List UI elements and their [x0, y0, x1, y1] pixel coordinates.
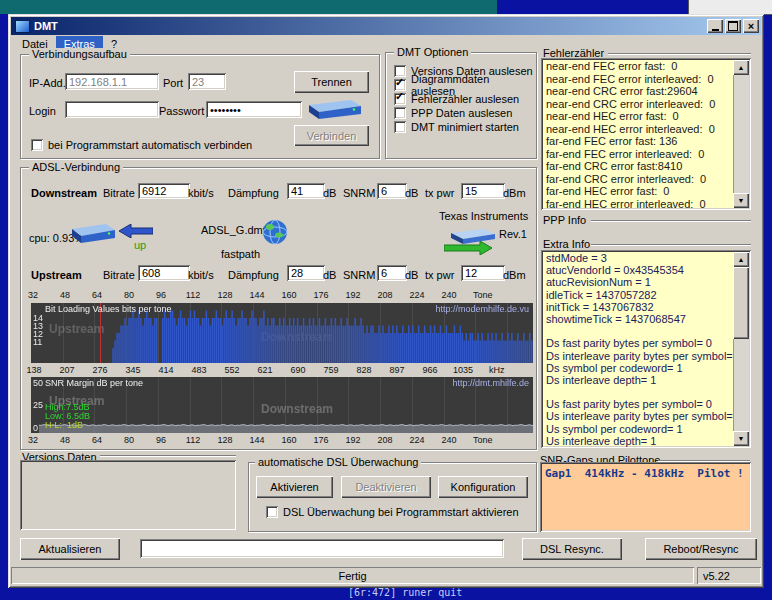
us-attn-label: Dämpfung	[228, 269, 279, 282]
axis-tick: 176	[313, 435, 328, 445]
option-checkbox[interactable]	[394, 107, 406, 119]
us-bitrate-label: Bitrate	[103, 269, 135, 282]
divider	[608, 53, 751, 55]
configuration-button[interactable]: Konfiguration	[438, 476, 528, 498]
axis-tick: 48	[60, 290, 70, 300]
axis-tick: 138	[26, 365, 41, 375]
extra-info-scrollbar[interactable]: ▲ ▼	[733, 252, 749, 446]
info-line: showtimeTick = 1437068547	[541, 313, 733, 325]
deactivate-button: Deaktivieren	[341, 476, 431, 498]
activate-button[interactable]: Aktivieren	[256, 476, 333, 498]
info-line: Ds interleave depth= 1	[541, 374, 733, 386]
monitoring-checkbox-label: DSL Überwachung bei Programmstart aktivi…	[283, 506, 519, 518]
maximize-button[interactable]	[725, 19, 741, 33]
option-checkbox[interactable]	[394, 121, 406, 133]
axis-unit: kHz	[489, 365, 505, 375]
ds-attn-unit: dB	[323, 187, 336, 200]
port-label: Port	[163, 77, 183, 90]
error-counters-scrollbar[interactable]: ▲ ▼	[733, 60, 749, 208]
path-label: fastpath	[221, 248, 260, 261]
axis-tick: 112	[186, 435, 200, 445]
modem-icon	[305, 96, 363, 122]
axis-tick: 759	[323, 365, 338, 375]
axis-tick: 208	[377, 290, 392, 300]
dmt-option-row: Fehlerzähler auslesen	[394, 93, 536, 105]
ds-snrm-value	[377, 183, 407, 199]
axis-tick: 345	[125, 365, 140, 375]
login-input[interactable]	[65, 101, 159, 118]
us-snrm-unit: dB	[405, 269, 418, 282]
close-button[interactable]: ×	[743, 19, 759, 33]
background-popup	[688, 0, 772, 15]
info-line: initTick = 1437067832	[541, 301, 733, 313]
us-attn-unit: dB	[323, 269, 336, 282]
info-line: atucRevisionNum = 1	[541, 276, 733, 288]
minimize-button[interactable]	[707, 19, 723, 33]
scroll-up-icon[interactable]: ▲	[733, 60, 749, 75]
scroll-down-icon[interactable]: ▼	[733, 431, 749, 446]
axis-tick: 192	[345, 290, 360, 300]
ppp-info-title: PPP Info	[543, 214, 586, 227]
info-line: near-end FEC error fast: 0	[541, 60, 751, 73]
info-line: far-end CRC error interleaved: 0	[541, 173, 751, 186]
ds-txpwr-unit: dBm	[503, 187, 526, 200]
axis-tick: 48	[60, 435, 70, 445]
group-title: ADSL-Verbindung	[29, 161, 123, 173]
info-line: far-end HEC error fast: 0	[541, 185, 751, 198]
scrollbar-thumb[interactable]	[733, 267, 749, 339]
downstream-label: Downstream	[31, 187, 97, 200]
extra-info-panel: stdMode = 3atucVendorId = 0x43545354atuc…	[541, 250, 751, 448]
axis-tick: 80	[124, 435, 134, 445]
option-label: DMT minimiert starten	[411, 121, 519, 133]
error-counters-panel: near-end FEC error fast: 0near-end FEC e…	[541, 58, 751, 210]
ds-attn-label: Dämpfung	[228, 187, 279, 200]
login-label: Login	[29, 105, 56, 118]
refresh-button[interactable]: Aktualisieren	[20, 538, 120, 560]
info-line	[541, 325, 733, 337]
ds-attn-value	[287, 183, 325, 199]
vendor-label: Texas Instruments	[439, 210, 528, 223]
info-line: near-end CRC error fast:29604	[541, 85, 751, 98]
command-input[interactable]	[140, 539, 504, 558]
password-label: Passwort	[159, 105, 204, 118]
scroll-up-icon[interactable]: ▲	[733, 252, 749, 267]
password-input[interactable]	[206, 101, 302, 118]
reboot-resync-button[interactable]: Reboot/Resync	[645, 538, 757, 560]
dmt-option-row: PPP Daten auslesen	[394, 107, 536, 119]
khz-axis: 1382072763454144835526216907598288979661…	[21, 365, 536, 376]
info-line: far-end HEC error interleaved: 0	[541, 198, 751, 211]
divider	[591, 244, 751, 246]
monitoring-checkbox[interactable]	[266, 506, 278, 518]
axis-tick: 240	[441, 435, 456, 445]
background-window-strip	[0, 0, 497, 14]
ds-bitrate-value	[138, 183, 190, 199]
scroll-down-icon[interactable]: ▼	[733, 193, 749, 208]
option-checkbox[interactable]	[394, 93, 406, 105]
axis-tick: 32	[28, 290, 38, 300]
info-line: Us interleave parity bytes per symbol= 0	[541, 410, 733, 422]
axis-tick: 224	[409, 290, 424, 300]
autoconnect-checkbox[interactable]	[31, 139, 43, 151]
axis-tick: 128	[217, 435, 232, 445]
info-line: Us fast parity bytes per symbol= 0	[541, 398, 733, 410]
info-line: Ds interleave parity bytes per symbol= 0	[541, 350, 733, 362]
info-line: atucVendorId = 0x43545354	[541, 264, 733, 276]
info-line: idleTick = 1437057282	[541, 289, 733, 301]
axis-tick: 483	[191, 365, 206, 375]
versions-panel	[20, 460, 236, 530]
globe-icon	[261, 218, 289, 246]
us-snrm-label: SNRM	[343, 269, 375, 282]
disconnect-button[interactable]: Trennen	[294, 71, 369, 93]
dmt-options-group: DMT Optionen Versions Daten auslesenDiag…	[385, 52, 537, 159]
up-label: up	[134, 239, 146, 252]
axis-tick: 690	[290, 365, 305, 375]
axis-tick: 128	[217, 290, 232, 300]
dsl-resync-button[interactable]: DSL Resync.	[522, 538, 622, 560]
bit-loading-chart	[31, 303, 533, 363]
gap-line: Gap1 414kHz - 418kHz Pilot !	[540, 462, 751, 480]
ds-bitrate-label: Bitrate	[103, 187, 135, 200]
arrow-right-icon	[444, 241, 492, 255]
title-bar[interactable]: DMT ×	[11, 17, 761, 35]
connection-group: Verbindungsaufbau IP-Add. Port Trennen L…	[20, 54, 380, 159]
axis-tick: 621	[257, 365, 272, 375]
